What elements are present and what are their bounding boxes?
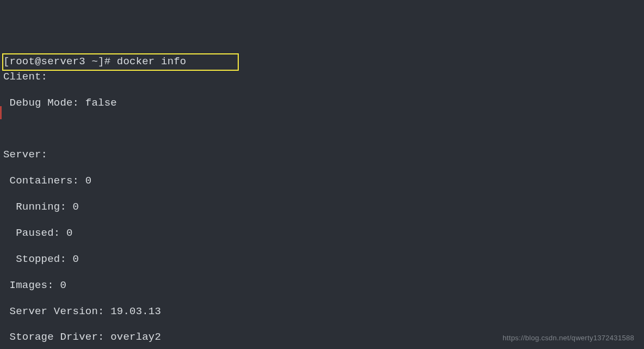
left-edge-marker	[0, 106, 2, 119]
server-images: Images: 0	[0, 279, 644, 292]
command-highlight-box: [root@server3 ~]# docker info	[2, 53, 239, 71]
client-header: Client:	[0, 71, 644, 84]
client-debug-mode: Debug Mode: false	[0, 97, 644, 110]
blank-line	[0, 123, 644, 136]
server-header: Server:	[0, 149, 644, 162]
server-version: Server Version: 19.03.13	[0, 305, 644, 319]
server-containers: Containers: 0	[0, 175, 644, 188]
server-running: Running: 0	[0, 201, 644, 214]
server-paused: Paused: 0	[0, 227, 644, 240]
watermark-text: https://blog.csdn.net/qwerty1372431588	[503, 334, 634, 342]
server-stopped: Stopped: 0	[0, 253, 644, 266]
shell-prompt-command: [root@server3 ~]# docker info	[3, 56, 186, 68]
